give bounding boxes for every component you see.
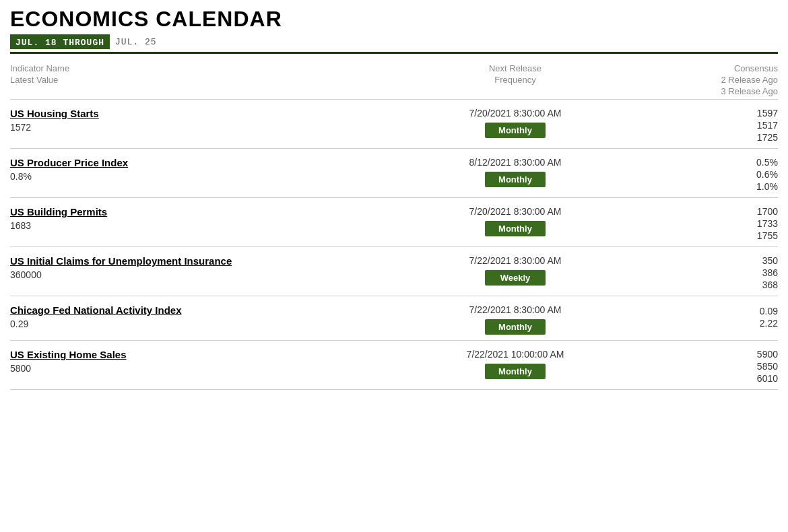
indicator-latest-value: 360000 <box>10 269 387 280</box>
indicator-name-col: US Initial Claims for Unemployment Insur… <box>10 255 387 280</box>
indicator-latest-value: 1572 <box>10 122 387 133</box>
frequency-badge: Weekly <box>485 270 546 286</box>
three-release-ago-value: 6010 <box>757 373 778 384</box>
indicator-name-col: Chicago Fed National Activity Index 0.29 <box>10 304 387 329</box>
date-range-highlight: JUL. 18 THROUGH <box>10 34 110 49</box>
indicator-latest-value: 5800 <box>10 363 387 374</box>
indicator-name: Chicago Fed National Activity Index <box>10 304 387 316</box>
two-release-ago-value: 0.6% <box>756 169 778 180</box>
consensus-col: 1597 1517 1725 <box>643 108 778 143</box>
consensus-col: 0.5% 0.6% 1.0% <box>643 157 778 192</box>
release-col: 7/22/2021 10:00:00 AM Monthly <box>387 349 643 379</box>
indicator-name: US Initial Claims for Unemployment Insur… <box>10 255 387 267</box>
release-date: 7/22/2021 10:00:00 AM <box>467 349 564 360</box>
two-release-ago-value: 1517 <box>757 120 778 131</box>
frequency-badge: Monthly <box>485 123 546 138</box>
three-release-ago-value: 368 <box>762 279 778 290</box>
consensus-value: 0.5% <box>756 157 778 168</box>
consensus-col: 5900 5850 6010 <box>643 349 778 384</box>
col-frequency-label: Frequency <box>494 75 535 85</box>
release-date: 8/12/2021 8:30:00 AM <box>469 157 562 168</box>
two-release-ago-value: 0.09 <box>760 306 778 317</box>
indicator-name-col: US Existing Home Sales 5800 <box>10 349 387 374</box>
consensus-value: 5900 <box>757 349 778 360</box>
consensus-col: 0.09 2.22 <box>643 304 778 329</box>
consensus-col: 1700 1733 1755 <box>643 206 778 241</box>
indicator-row: US Producer Price Index 0.8% 8/12/2021 8… <box>10 149 778 198</box>
date-range-row: JUL. 18 THROUGH JUL. 25 <box>10 34 778 54</box>
col-header-consensus: Consensus 2 Release Ago 3 Release Ago <box>643 63 778 96</box>
indicator-row: US Initial Claims for Unemployment Insur… <box>10 247 778 296</box>
indicator-name-col: US Producer Price Index 0.8% <box>10 157 387 182</box>
three-release-ago-value: 1755 <box>757 230 778 241</box>
release-col: 8/12/2021 8:30:00 AM Monthly <box>387 157 643 187</box>
col-header-release: Next Release Frequency <box>387 63 643 96</box>
indicator-row: US Housing Starts 1572 7/20/2021 8:30:00… <box>10 100 778 149</box>
indicator-name: US Producer Price Index <box>10 157 387 168</box>
two-release-ago-value: 5850 <box>757 361 778 372</box>
release-col: 7/20/2021 8:30:00 AM Monthly <box>387 206 643 236</box>
three-release-ago-value: 1.0% <box>756 181 778 192</box>
indicator-row: Chicago Fed National Activity Index 0.29… <box>10 296 778 341</box>
indicator-name-col: US Housing Starts 1572 <box>10 108 387 133</box>
indicators-container: US Housing Starts 1572 7/20/2021 8:30:00… <box>10 100 778 390</box>
indicator-name: US Existing Home Sales <box>10 349 387 360</box>
indicator-name: US Housing Starts <box>10 108 387 119</box>
release-date: 7/22/2021 8:30:00 AM <box>469 255 562 266</box>
col-consensus-label: Consensus <box>734 63 778 73</box>
consensus-col: 350 386 368 <box>643 255 778 290</box>
col-three-release-ago-label: 3 Release Ago <box>721 86 778 96</box>
date-range-suffix: JUL. 25 <box>112 37 157 47</box>
indicator-name: US Building Permits <box>10 206 387 218</box>
three-release-ago-value: 1725 <box>757 132 778 143</box>
two-release-ago-value: 1733 <box>757 218 778 229</box>
consensus-value: 350 <box>762 255 778 266</box>
frequency-badge: Monthly <box>485 172 546 187</box>
consensus-value: 1597 <box>757 108 778 119</box>
frequency-badge: Monthly <box>485 319 546 335</box>
col-two-release-ago-label: 2 Release Ago <box>721 75 778 85</box>
frequency-badge: Monthly <box>485 364 546 379</box>
two-release-ago-value: 386 <box>762 267 778 278</box>
frequency-badge: Monthly <box>485 221 546 236</box>
col-indicator-name-label: Indicator Name <box>10 63 387 73</box>
release-col: 7/20/2021 8:30:00 AM Monthly <box>387 108 643 138</box>
indicator-name-col: US Building Permits 1683 <box>10 206 387 231</box>
release-date: 7/22/2021 8:30:00 AM <box>469 304 562 315</box>
indicator-row: US Existing Home Sales 5800 7/22/2021 10… <box>10 341 778 390</box>
release-col: 7/22/2021 8:30:00 AM Monthly <box>387 304 643 335</box>
indicator-latest-value: 1683 <box>10 220 387 231</box>
col-latest-value-label: Latest Value <box>10 75 387 85</box>
consensus-value: 1700 <box>757 206 778 217</box>
col-header-name: Indicator Name Latest Value <box>10 63 387 96</box>
indicator-latest-value: 0.29 <box>10 319 387 329</box>
release-date: 7/20/2021 8:30:00 AM <box>469 206 562 217</box>
release-date: 7/20/2021 8:30:00 AM <box>469 108 562 119</box>
col-next-release-label: Next Release <box>489 63 541 73</box>
page-title: ECONOMICS CALENDAR <box>10 7 778 32</box>
column-headers: Indicator Name Latest Value Next Release… <box>10 61 778 100</box>
indicator-row: US Building Permits 1683 7/20/2021 8:30:… <box>10 198 778 247</box>
release-col: 7/22/2021 8:30:00 AM Weekly <box>387 255 643 286</box>
three-release-ago-value: 2.22 <box>760 318 778 329</box>
indicator-latest-value: 0.8% <box>10 171 387 182</box>
